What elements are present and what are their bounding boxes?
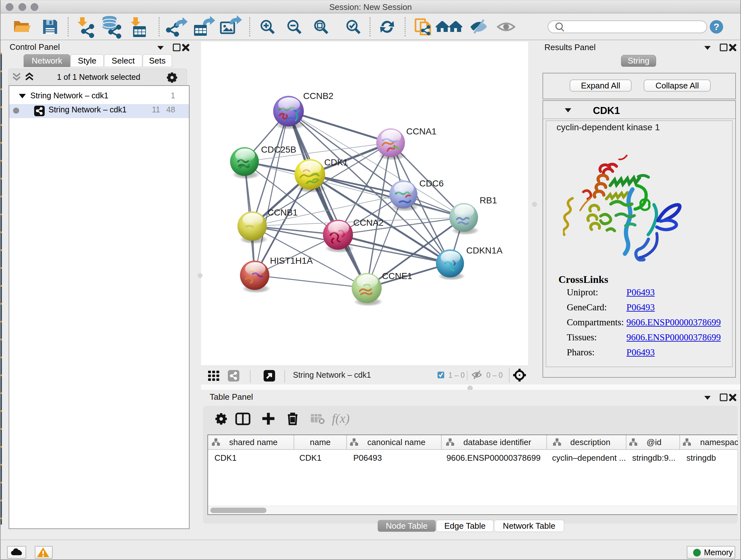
svg-text:CCNA2: CCNA2 bbox=[353, 218, 384, 228]
svg-text:CCNB2: CCNB2 bbox=[303, 91, 333, 101]
svg-text:CDKN1A: CDKN1A bbox=[466, 246, 502, 255]
svg-text:CDC25B: CDC25B bbox=[261, 145, 296, 154]
svg-text:f(x): f(x) bbox=[332, 412, 350, 426]
svg-text:CCNE1: CCNE1 bbox=[382, 271, 412, 281]
svg-text:0 – 0: 0 – 0 bbox=[486, 371, 502, 379]
svg-text:HIST1H1A: HIST1H1A bbox=[270, 256, 313, 266]
svg-text:CDC6: CDC6 bbox=[419, 179, 444, 188]
svg-text:1 – 0: 1 – 0 bbox=[448, 371, 465, 379]
svg-text:RB1: RB1 bbox=[480, 195, 497, 205]
svg-text:CDK1: CDK1 bbox=[324, 158, 348, 167]
svg-text:CCNB1: CCNB1 bbox=[267, 207, 298, 217]
svg-text:CCNA1: CCNA1 bbox=[406, 126, 436, 136]
